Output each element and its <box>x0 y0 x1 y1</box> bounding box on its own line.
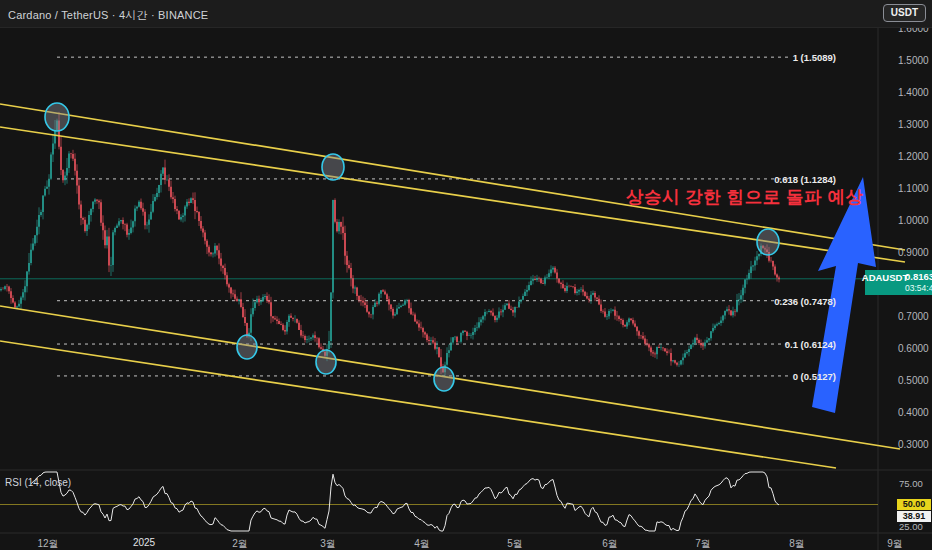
korean-annotation-text[interactable]: 상승시 강한 힘으로 돌파 예상 <box>626 185 863 209</box>
candle-wicks-down <box>3 112 779 374</box>
touch-point-circle <box>316 350 336 374</box>
touch-point-circle <box>322 154 344 180</box>
price-badge-countdown: 03:54:48 <box>905 283 932 295</box>
rsi-midline-badge: 50.00 <box>897 499 931 510</box>
candle-bodies-up <box>1 121 761 373</box>
price-badge-value: 0.8163 <box>905 270 932 283</box>
currency-toggle-button[interactable]: USDT <box>883 4 926 22</box>
chart-canvas[interactable] <box>0 0 932 550</box>
price-badge-symbol: ADAUSDT <box>865 270 905 295</box>
symbol-title: Cardano / TetherUS · 4시간 · BINANCE <box>8 8 208 23</box>
channel-trendline <box>0 341 836 468</box>
touch-point-circle <box>757 229 779 255</box>
touch-point-circle <box>434 367 454 391</box>
touch-point-circle <box>237 335 257 359</box>
rsi-line <box>31 472 779 531</box>
rsi-lower-band-label: 25.00 <box>899 521 923 532</box>
touch-point-circle <box>45 103 69 131</box>
rsi-current-value-badge: 38.91 <box>897 511 931 522</box>
rsi-indicator-label[interactable]: RSI (14, close) <box>5 477 71 488</box>
breakout-up-arrow <box>812 177 876 413</box>
candle-wicks-up <box>1 119 761 378</box>
channel-trendline <box>0 104 905 250</box>
last-price-badge: ADAUSDT 0.8163 03:54:48 <box>865 270 932 295</box>
candle-bodies-down <box>3 121 779 373</box>
trading-chart-app: Cardano / TetherUS · 4시간 · BINANCE USDT … <box>0 0 932 550</box>
rsi-upper-band-label: 75.00 <box>899 478 923 489</box>
chart-header-bar: Cardano / TetherUS · 4시간 · BINANCE USDT <box>0 0 932 28</box>
